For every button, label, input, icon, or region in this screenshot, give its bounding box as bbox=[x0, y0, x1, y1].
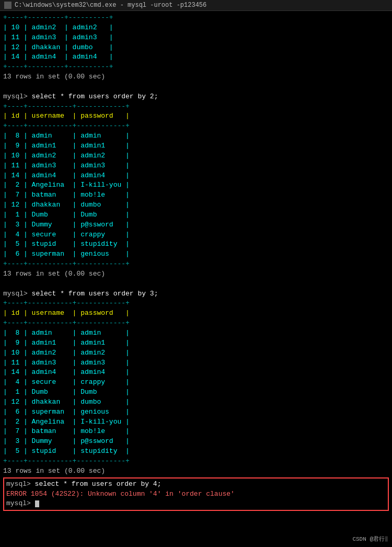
watermark: CSDN @君行∥ bbox=[352, 535, 388, 543]
top-rows: +----+---------+----------+ | 10 | admin… bbox=[3, 13, 389, 476]
cmd-icon bbox=[4, 2, 11, 9]
error-box: mysql> select * from users order by 4; E… bbox=[3, 477, 389, 511]
title-text: C:\windows\system32\cmd.exe - mysql -uro… bbox=[15, 2, 206, 9]
title-bar: C:\windows\system32\cmd.exe - mysql -uro… bbox=[0, 0, 392, 11]
error-content: mysql> select * from users order by 4; E… bbox=[6, 480, 386, 509]
terminal: +----+---------+----------+ | 10 | admin… bbox=[0, 11, 392, 513]
